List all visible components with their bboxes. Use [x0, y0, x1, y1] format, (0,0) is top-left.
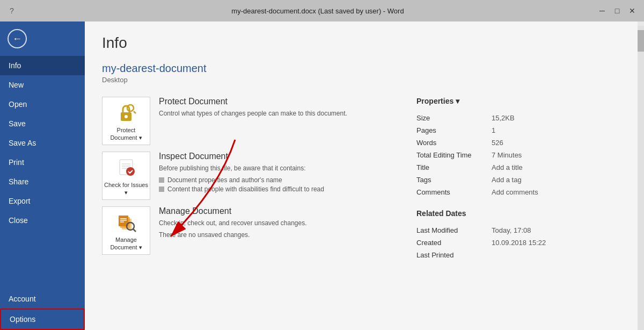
properties-column: Properties ▾ Size 15,2KB Pages 1 [416, 97, 620, 272]
bullet-square [159, 177, 164, 183]
related-dates-title: Related Dates [416, 209, 620, 218]
back-button[interactable]: ← [4, 26, 30, 52]
date-value: Today, 17:08 [492, 224, 620, 236]
date-value [492, 249, 620, 261]
sidebar-item-account[interactable]: Account [0, 289, 85, 309]
sidebar-label-share: Share [9, 177, 28, 186]
inspect-icon-label: Check for Issues ▾ [103, 181, 150, 197]
prop-label: Total Editing Time [416, 149, 492, 161]
sidebar-label-save-as: Save As [9, 139, 36, 147]
back-arrow-icon: ← [12, 33, 22, 45]
date-row-created: Created 10.09.2018 15:22 [416, 236, 620, 249]
manage-desc2: There are no unsaved changes. [159, 230, 395, 240]
prop-label: Comments [416, 186, 492, 198]
protect-desc: Control what types of changes people can… [159, 109, 395, 118]
sidebar-item-share[interactable]: Share [0, 172, 85, 191]
title-bar: ? my-dearest-document.docx (Last saved b… [0, 0, 644, 21]
check-issues-icon [114, 155, 138, 179]
svg-line-3 [134, 111, 136, 113]
prop-row-title: Title Add a title [416, 161, 620, 174]
bullet-text-2: Content that people with disabilities fi… [167, 185, 324, 193]
scrollbar-thumb[interactable] [638, 30, 644, 52]
sidebar-label-save: Save [9, 119, 26, 128]
manage-document-button[interactable]: Manage Document ▾ [102, 206, 150, 255]
sidebar-item-print[interactable]: Print [0, 153, 85, 172]
close-button[interactable]: ✕ [627, 6, 638, 15]
two-column-layout: Protect Document ▾ Protect Document Cont… [102, 97, 620, 272]
sidebar-label-close: Close [9, 216, 28, 225]
help-button[interactable]: ? [6, 6, 17, 15]
sidebar-label-new: New [9, 81, 24, 89]
bullet-text-1: Document properties and author's name [167, 176, 282, 184]
prop-row-words: Words 526 [416, 137, 620, 149]
svg-point-8 [126, 167, 135, 176]
prop-value-add[interactable]: Add a tag [492, 174, 620, 186]
sidebar-label-open: Open [9, 100, 27, 109]
lock-icon [114, 101, 138, 124]
prop-label: Size [416, 112, 492, 124]
maximize-button[interactable]: □ [612, 6, 623, 15]
date-label: Created [416, 236, 492, 249]
doc-name: my-dearest-document [102, 62, 620, 75]
properties-title: Properties ▾ [416, 97, 620, 105]
inspect-document-button[interactable]: Check for Issues ▾ [102, 152, 150, 200]
sidebar-label-print: Print [9, 158, 24, 167]
sidebar-nav: Info New Open Save Save As Print [0, 56, 85, 330]
sidebar-item-new[interactable]: New [0, 75, 85, 95]
date-label: Last Printed [416, 249, 492, 261]
prop-row-comments: Comments Add comments [416, 186, 620, 198]
prop-row-tags: Tags Add a tag [416, 174, 620, 186]
content-area: Info my-dearest-document Desktop [85, 21, 644, 330]
protect-icon-label: Protect Document ▾ [103, 126, 150, 142]
inspect-document-block: Check for Issues ▾ Inspect Document Befo… [102, 152, 395, 200]
page-title: Info [102, 34, 620, 52]
date-label: Last Modified [416, 224, 492, 236]
svg-line-16 [133, 229, 136, 232]
prop-value-add[interactable]: Add a title [492, 161, 620, 174]
bullet-item: Content that people with disabilities fi… [159, 185, 395, 193]
sidebar-bottom: Account Options [0, 289, 85, 330]
doc-location: Desktop [102, 76, 620, 84]
content-inner: Info my-dearest-document Desktop [85, 21, 638, 330]
prop-value: 526 [492, 137, 620, 149]
protect-document-block: Protect Document ▾ Protect Document Cont… [102, 97, 395, 145]
date-row-modified: Last Modified Today, 17:08 [416, 224, 620, 236]
sidebar-label-options: Options [10, 315, 35, 324]
actions-column: Protect Document ▾ Protect Document Cont… [102, 97, 395, 272]
manage-title: Manage Document [159, 206, 395, 216]
window-title: my-dearest-document.docx (Last saved by … [39, 7, 597, 15]
protect-document-button[interactable]: Protect Document ▾ [102, 97, 150, 145]
sidebar-label-export: Export [9, 197, 30, 205]
sidebar-item-save[interactable]: Save [0, 114, 85, 133]
prop-label: Tags [416, 174, 492, 186]
back-circle-icon: ← [8, 29, 27, 48]
prop-label: Pages [416, 124, 492, 137]
inspect-title: Inspect Document [159, 152, 395, 161]
sidebar-label-info: Info [9, 61, 21, 70]
sidebar-item-export[interactable]: Export [0, 191, 85, 211]
sidebar-item-save-as[interactable]: Save As [0, 133, 85, 153]
manage-desc: Check in, check out, and recover unsaved… [159, 218, 395, 228]
prop-value: 15,2KB [492, 112, 620, 124]
minimize-button[interactable]: ─ [597, 6, 608, 15]
protect-text: Protect Document Control what types of c… [159, 97, 395, 118]
manage-icon-label: Manage Document ▾ [103, 236, 150, 252]
manage-text: Manage Document Check in, check out, and… [159, 206, 395, 240]
inspect-bullets: Document properties and author's name Co… [159, 176, 395, 193]
prop-row-size: Size 15,2KB [416, 112, 620, 124]
related-dates-table: Last Modified Today, 17:08 Created 10.09… [416, 224, 620, 261]
prop-label: Title [416, 161, 492, 174]
sidebar-item-options[interactable]: Options [0, 309, 85, 330]
prop-row-editing-time: Total Editing Time 7 Minutes [416, 149, 620, 161]
scrollbar[interactable] [638, 21, 644, 330]
prop-label: Words [416, 137, 492, 149]
inspect-text: Inspect Document Before publishing this … [159, 152, 395, 195]
sidebar-item-info[interactable]: Info [0, 56, 85, 75]
prop-value-add[interactable]: Add comments [492, 186, 620, 198]
manage-document-block: Manage Document ▾ Manage Document Check … [102, 206, 395, 255]
properties-table: Size 15,2KB Pages 1 Words 526 [416, 112, 620, 198]
manage-doc-icon [114, 210, 138, 234]
sidebar-item-open[interactable]: Open [0, 95, 85, 114]
prop-value: 1 [492, 124, 620, 137]
sidebar-item-close[interactable]: Close [0, 211, 85, 230]
